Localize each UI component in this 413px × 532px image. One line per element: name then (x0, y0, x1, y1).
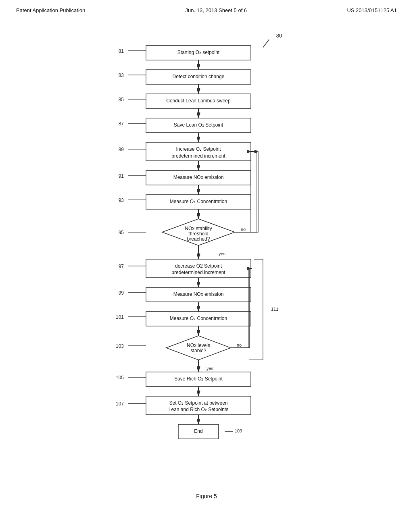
text-95b: threshold (188, 231, 208, 237)
text-91: Measure NOx emission (173, 175, 224, 180)
num-81: 81 (119, 48, 124, 54)
page-header: Patent Application Publication Jun. 13, … (0, 0, 413, 17)
text-81: Starting O₂ setpoint (177, 50, 220, 55)
num-95: 95 (119, 230, 124, 235)
num-105: 105 (116, 375, 124, 380)
header-left: Patent Application Publication (16, 7, 85, 13)
no-branch-95 (235, 152, 258, 232)
text-103a: NOx levels (187, 343, 210, 348)
text-89b: predetermined increment (171, 153, 225, 159)
text-97b: predetermined increment (171, 270, 225, 275)
text-89a: Increase O₂ Setpoint (176, 146, 221, 152)
num-83: 83 (119, 73, 124, 78)
text-99: Measure NOx emission (173, 291, 224, 297)
text-85: Conduct Lean Lambda sweep (166, 98, 231, 104)
ref-label-80: 80 (276, 33, 282, 39)
text-87: Save Lean O₂ Setpoint (174, 122, 223, 128)
loop-no-95-path (251, 152, 257, 232)
label-no-103: no (237, 343, 242, 347)
flowchart-svg: 80 81 Starting O₂ setpoint 83 Detect con… (65, 25, 348, 489)
label-yes-103: yes (206, 366, 214, 371)
label-yes-95: yes (219, 251, 226, 256)
num-87: 87 (119, 121, 124, 127)
text-95c: breached? (187, 236, 210, 242)
num-91: 91 (119, 173, 124, 179)
num-93: 93 (119, 197, 124, 203)
num-97: 97 (119, 264, 124, 269)
figure-label: Figure 5 (196, 493, 217, 499)
label-111: 111 (271, 307, 278, 312)
header-right: US 2013/0151125 A1 (347, 7, 397, 13)
num-99: 99 (119, 290, 124, 296)
num-103: 103 (116, 343, 124, 349)
header-center: Jun. 13, 2013 Sheet 5 of 6 (186, 7, 247, 13)
label-109: 109 (235, 428, 242, 433)
diagram-container: 80 81 Starting O₂ setpoint 83 Detect con… (0, 17, 413, 515)
text-101: Measure O₂ Concentration (170, 316, 227, 321)
ref-arrow-80 (263, 39, 269, 48)
label-no-95: no (241, 227, 246, 232)
no-branch-103 (231, 268, 252, 348)
text-105: Save Rich O₂ Setpoint (174, 376, 223, 382)
text-93: Measure O₂ Concentration (170, 199, 227, 204)
num-101: 101 (116, 314, 124, 320)
num-85: 85 (119, 97, 124, 102)
text-97a: decrease O2 Setpoint (175, 263, 222, 269)
num-89: 89 (119, 147, 124, 152)
num-107: 107 (116, 401, 124, 407)
loop-no-103-path (231, 268, 252, 348)
text-109: End (194, 428, 202, 434)
text-83: Detect condition change (173, 74, 225, 79)
text-107b: Lean and Rich O₂ Setpoints (169, 407, 228, 412)
text-95a: NOx stability (185, 226, 212, 231)
text-107a: Set O₂ Setpoint at between (169, 400, 227, 406)
text-103b: stable? (191, 348, 206, 353)
